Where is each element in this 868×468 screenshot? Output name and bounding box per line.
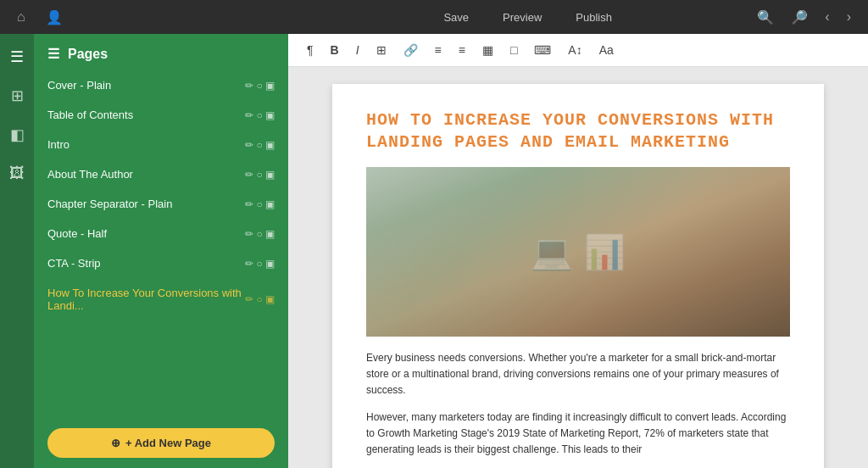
elements-icon[interactable]: ◧ xyxy=(7,122,28,148)
sidebar-item-actions: ✏ ○ ▣ xyxy=(245,80,275,92)
sidebar: ☰ Pages Cover - Plain ✏ ○ ▣ Table of Con… xyxy=(34,34,288,468)
pages-icon[interactable]: ☰ xyxy=(7,44,27,70)
toolbar-bold[interactable]: B xyxy=(326,41,344,59)
sidebar-item-label: CTA - Strip xyxy=(47,257,245,270)
toolbar-align-center[interactable]: ≡ xyxy=(453,41,470,59)
back-icon[interactable]: ‹ xyxy=(821,6,832,28)
sidebar-item-intro[interactable]: Intro ✏ ○ ▣ xyxy=(34,130,288,159)
add-page-label: + Add New Page xyxy=(125,437,211,449)
sidebar-item-actions-active: ✏ ○ ▣ xyxy=(245,293,275,305)
sidebar-item-toc[interactable]: Table of Contents ✏ ○ ▣ xyxy=(34,100,288,130)
sidebar-item-label: How To Increase Your Conversions with La… xyxy=(47,287,245,312)
sidebar-item-label: Table of Contents xyxy=(47,109,245,121)
toolbar-link[interactable]: 🔗 xyxy=(398,41,423,59)
layout-icon[interactable]: ⊞ xyxy=(8,83,27,109)
sidebar-item-label: Chapter Separator - Plain xyxy=(47,198,245,210)
sidebar-title: Pages xyxy=(68,47,108,62)
sidebar-item-actions: ✏ ○ ▣ xyxy=(245,198,275,210)
sidebar-item-actions: ✏ ○ ▣ xyxy=(245,139,275,151)
sidebar-item-actions: ✏ ○ ▣ xyxy=(245,258,275,270)
toolbar-image[interactable]: ▦ xyxy=(477,41,498,59)
sidebar-item-label: About The Author xyxy=(47,168,245,181)
sidebar-item-label: Quote - Half xyxy=(47,227,245,240)
forward-icon[interactable]: › xyxy=(843,6,854,28)
toolbar-code[interactable]: ⌨ xyxy=(529,41,556,59)
body-paragraph-2: However, many marketers today are findin… xyxy=(366,410,790,459)
sidebar-item-how-to-increase[interactable]: How To Increase Your Conversions with La… xyxy=(34,278,288,320)
publish-button[interactable]: Publish xyxy=(569,8,619,27)
page-title: HOW TO INCREASE YOUR CONVERSIONS WITH LA… xyxy=(366,109,790,153)
sidebar-header: ☰ Pages xyxy=(34,34,288,70)
sidebar-item-label: Intro xyxy=(47,138,245,151)
sidebar-item-about-author[interactable]: About The Author ✏ ○ ▣ xyxy=(34,159,288,189)
home-icon[interactable]: ⌂ xyxy=(14,6,29,28)
toolbar-font-size[interactable]: A↕ xyxy=(563,41,587,59)
toolbar-shape[interactable]: □ xyxy=(505,41,522,59)
page-hero-image xyxy=(366,167,790,337)
top-bar-left: ⌂ 👤 xyxy=(14,6,302,29)
page-canvas: HOW TO INCREASE YOUR CONVERSIONS WITH LA… xyxy=(288,67,868,468)
add-page-button[interactable]: ⊕ + Add New Page xyxy=(47,428,275,458)
sidebar-list: Cover - Plain ✏ ○ ▣ Table of Contents ✏ … xyxy=(34,70,288,418)
plus-icon: ⊕ xyxy=(111,437,120,449)
sidebar-item-chapter-separator[interactable]: Chapter Separator - Plain ✏ ○ ▣ xyxy=(34,189,288,219)
top-bar-right: 🔍 🔎 ‹ › xyxy=(754,6,854,29)
hamburger-icon[interactable]: ☰ xyxy=(47,46,59,62)
toolbar-align-left[interactable]: ≡ xyxy=(430,41,447,59)
user-icon[interactable]: 👤 xyxy=(42,6,66,29)
top-bar: ⌂ 👤 Save Preview Publish 🔍 🔎 ‹ › xyxy=(0,0,868,34)
toolbar-grid[interactable]: ⊞ xyxy=(371,41,392,59)
editor-toolbar: ¶ B I ⊞ 🔗 ≡ ≡ ▦ □ ⌨ A↕ Aa xyxy=(288,34,868,67)
preview-button[interactable]: Preview xyxy=(496,8,548,27)
zoom-icon[interactable]: 🔎 xyxy=(787,6,811,29)
content-area: ¶ B I ⊞ 🔗 ≡ ≡ ▦ □ ⌨ A↕ Aa HOW TO INCREAS… xyxy=(288,34,868,468)
top-bar-center: Save Preview Publish xyxy=(302,8,754,27)
toolbar-paragraph[interactable]: ¶ xyxy=(302,41,319,59)
main-layout: ☰ ⊞ ◧ 🖼 ☰ Pages Cover - Plain ✏ ○ ▣ Tabl… xyxy=(0,34,868,468)
toolbar-font-style[interactable]: Aa xyxy=(594,41,619,59)
sidebar-item-actions: ✏ ○ ▣ xyxy=(245,169,275,181)
sidebar-item-actions: ✏ ○ ▣ xyxy=(245,109,275,121)
save-button[interactable]: Save xyxy=(437,8,476,27)
body-paragraph-1: Every business needs conversions. Whethe… xyxy=(366,350,790,399)
page-content: HOW TO INCREASE YOUR CONVERSIONS WITH LA… xyxy=(332,84,824,468)
sidebar-item-cover-plain[interactable]: Cover - Plain ✏ ○ ▣ xyxy=(34,70,288,100)
media-icon[interactable]: 🖼 xyxy=(6,161,28,186)
search-icon[interactable]: 🔍 xyxy=(754,6,777,29)
sidebar-item-quote-half[interactable]: Quote - Half ✏ ○ ▣ xyxy=(34,219,288,248)
sidebar-item-label: Cover - Plain xyxy=(47,79,245,92)
toolbar-italic[interactable]: I xyxy=(351,41,364,59)
sidebar-item-actions: ✏ ○ ▣ xyxy=(245,228,275,240)
sidebar-item-cta-strip[interactable]: CTA - Strip ✏ ○ ▣ xyxy=(34,248,288,278)
icon-bar: ☰ ⊞ ◧ 🖼 xyxy=(0,34,34,468)
